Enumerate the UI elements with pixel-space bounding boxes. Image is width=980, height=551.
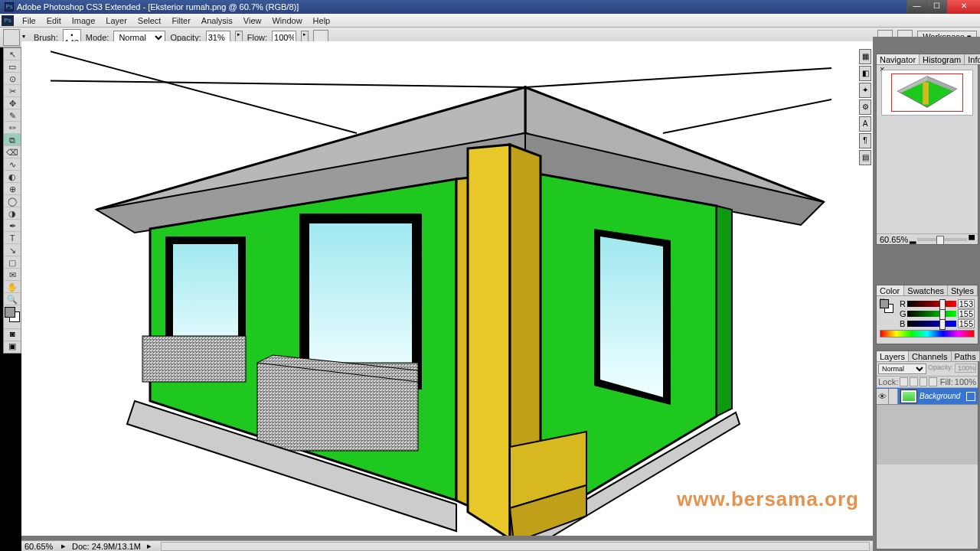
tab-swatches[interactable]: Swatches	[904, 285, 948, 295]
menu-help[interactable]: Help	[308, 15, 336, 27]
layer-name[interactable]: Background	[920, 392, 966, 400]
tab-channels[interactable]: Channels	[909, 351, 951, 361]
pen-tool-icon[interactable]: ✒	[4, 220, 21, 232]
tab-layers[interactable]: Layers ×	[877, 351, 909, 361]
document-canvas[interactable]: www.bersama.org	[21, 41, 873, 536]
r-slider[interactable]	[907, 301, 956, 307]
crop-tool-icon[interactable]: ✥	[4, 97, 21, 109]
marquee-tool-icon[interactable]: ▭	[4, 60, 21, 73]
color-swatch-pair[interactable]	[880, 299, 895, 315]
zoom-in-icon[interactable]: ▀	[969, 235, 975, 244]
menu-filter[interactable]: Filter	[166, 15, 195, 27]
g-slider[interactable]	[907, 311, 956, 317]
history-brush-tool-icon[interactable]: ∿	[4, 158, 21, 171]
status-bar: 60.65% ▸ Doc: 24.9M/13.1M ▸	[21, 540, 873, 551]
tab-paths[interactable]: Paths	[952, 351, 980, 361]
menu-image[interactable]: Image	[67, 15, 101, 27]
shape-tool-icon[interactable]: ▢	[4, 256, 21, 269]
r-value[interactable]: 153	[958, 299, 975, 308]
menu-window[interactable]: Window	[266, 15, 307, 27]
menu-analysis[interactable]: Analysis	[196, 15, 238, 27]
stamp-tool-icon[interactable]: ⌫	[4, 146, 21, 158]
tab-navigator[interactable]: Navigator ×	[877, 54, 920, 64]
maximize-button[interactable]: ☐	[926, 0, 946, 14]
dock-icon-1[interactable]: ▦	[859, 49, 871, 64]
menu-edit[interactable]: Edit	[41, 15, 67, 27]
window-title: Adobe Photoshop CS3 Extended - [Eksterio…	[17, 2, 906, 11]
nav-zoom-value[interactable]: 60.65%	[880, 235, 908, 244]
status-arrow-icon[interactable]: ▸	[147, 541, 152, 551]
right-dock: Navigator × Histogram Info 60.65% ▂ ▀ Co…	[873, 37, 980, 551]
navigator-panel: Navigator × Histogram Info 60.65% ▂ ▀	[876, 54, 978, 245]
layer-opacity-value[interactable]: 100%	[955, 364, 976, 373]
tab-histogram[interactable]: Histogram	[920, 54, 965, 64]
notes-tool-icon[interactable]: ✉	[4, 269, 21, 281]
lock-position-icon[interactable]	[920, 377, 928, 386]
toolbox: ↖ ▭ ⊙ ✂ ✥ ✎ ✏ ⧉ ⌫ ∿ ◐ ⊕ ◯ ◑ ✒ T ↘ ▢ ✉ ✋ …	[3, 47, 21, 354]
move-tool-icon[interactable]: ↖	[4, 48, 21, 60]
lock-pixels-icon[interactable]	[910, 377, 918, 386]
zoom-tool-icon[interactable]: 🔍	[4, 293, 21, 305]
quick-select-tool-icon[interactable]: ✂	[4, 85, 21, 97]
zoom-out-icon[interactable]: ▂	[910, 234, 916, 244]
hand-tool-icon[interactable]: ✋	[4, 281, 21, 293]
lock-all-icon[interactable]	[929, 377, 937, 386]
svg-line-2	[525, 64, 831, 87]
eraser-tool-icon[interactable]: ◐	[4, 171, 21, 183]
gradient-tool-icon[interactable]: ⊕	[4, 183, 21, 195]
tool-preset-picker[interactable]	[3, 29, 20, 46]
screen-mode-toggle-icon[interactable]: ▣	[4, 341, 21, 353]
menu-bar: Ps File Edit Image Layer Select Filter A…	[0, 14, 980, 28]
blend-mode-select[interactable]: Normal	[878, 364, 926, 374]
b-slider[interactable]	[907, 321, 956, 327]
dock-icon-2[interactable]: ◧	[859, 66, 871, 81]
fill-value[interactable]: 100%	[955, 377, 976, 386]
minimize-button[interactable]: —	[906, 0, 926, 14]
horizontal-scrollbar[interactable]	[161, 542, 870, 551]
blur-tool-icon[interactable]: ◯	[4, 195, 21, 207]
menu-file[interactable]: File	[17, 15, 41, 27]
b-label: B	[900, 319, 906, 328]
g-value[interactable]: 155	[958, 309, 975, 318]
lock-transparency-icon[interactable]	[900, 377, 908, 386]
brush-tool-icon[interactable]: ⧉	[4, 134, 21, 146]
svg-marker-11	[717, 206, 732, 416]
foreground-color[interactable]	[5, 307, 15, 318]
svg-marker-12	[468, 145, 510, 536]
path-select-tool-icon[interactable]: ↘	[4, 244, 21, 256]
visibility-eye-icon[interactable]: 👁	[877, 389, 889, 404]
menu-layer[interactable]: Layer	[100, 15, 132, 27]
color-spectrum[interactable]	[880, 330, 975, 337]
dock-icon-4[interactable]: ⚙	[859, 99, 871, 115]
brush-label: Brush:	[34, 33, 58, 42]
tab-info[interactable]: Info	[965, 54, 980, 64]
close-button[interactable]: ✕	[946, 0, 980, 14]
dock-icon-5[interactable]: A	[859, 116, 871, 132]
layer-item[interactable]: 👁 Background	[877, 388, 978, 405]
navigator-thumbnail[interactable]	[881, 70, 973, 116]
dock-icon-3[interactable]: ✦	[859, 83, 871, 98]
menu-select[interactable]: Select	[132, 15, 167, 27]
color-swatches[interactable]	[4, 305, 21, 328]
lock-label: Lock:	[878, 377, 898, 386]
navigator-view-box[interactable]	[891, 73, 963, 112]
eyedropper-tool-icon[interactable]: ✎	[4, 109, 21, 122]
b-value[interactable]: 155	[958, 319, 975, 328]
tab-color[interactable]: Color ×	[877, 285, 904, 295]
svg-line-5	[663, 87, 831, 133]
dock-icon-6[interactable]: ¶	[859, 133, 871, 148]
doc-info[interactable]: Doc: 24.9M/13.1M	[72, 542, 141, 551]
layer-thumbnail[interactable]	[900, 390, 917, 403]
dock-icon-7[interactable]: ▤	[859, 150, 871, 165]
layer-lock-icon	[966, 392, 975, 401]
ps-logo-icon: Ps	[2, 15, 14, 26]
type-tool-icon[interactable]: T	[4, 232, 21, 244]
dodge-tool-icon[interactable]: ◑	[4, 207, 21, 220]
tab-styles[interactable]: Styles	[948, 285, 978, 295]
nav-zoom-slider[interactable]	[917, 238, 967, 241]
lasso-tool-icon[interactable]: ⊙	[4, 73, 21, 85]
quick-mask-icon[interactable]: ◙	[4, 328, 21, 341]
menu-view[interactable]: View	[238, 15, 267, 27]
zoom-readout[interactable]: 60.65%	[24, 542, 55, 551]
healing-tool-icon[interactable]: ✏	[4, 122, 21, 134]
